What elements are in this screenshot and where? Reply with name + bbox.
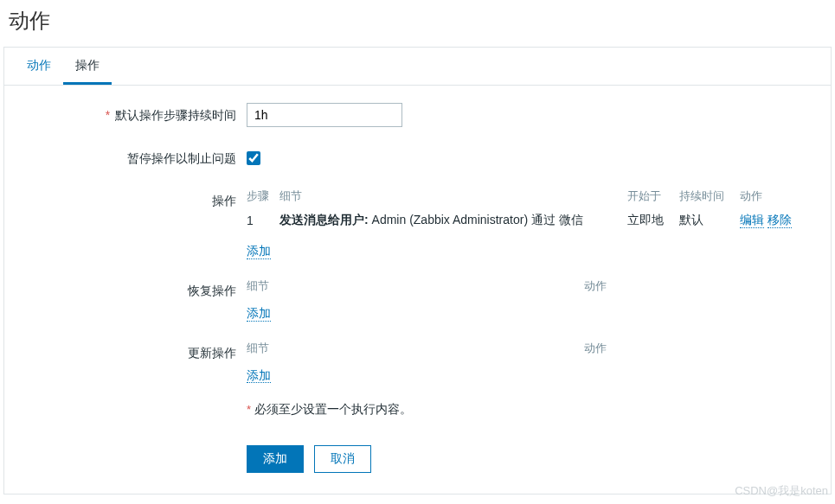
default-duration-input[interactable] xyxy=(247,103,402,127)
submit-button[interactable]: 添加 xyxy=(247,445,304,473)
tabs: 动作 操作 xyxy=(4,48,831,86)
label-default-duration: * 默认操作步骤持续时间 xyxy=(22,103,247,124)
value-default-duration xyxy=(247,103,813,127)
hint-star: * xyxy=(247,403,251,416)
buttons: 添加 取消 xyxy=(247,445,813,473)
edit-link[interactable]: 编辑 xyxy=(740,213,764,228)
config-card: 动作 操作 * 默认操作步骤持续时间 暂停操作以制止问题 操作 xyxy=(3,47,832,494)
tab-operations[interactable]: 操作 xyxy=(63,48,112,85)
label-empty xyxy=(22,402,247,407)
label-operations: 操作 xyxy=(22,188,247,209)
col-step: 步骤 xyxy=(247,188,279,204)
col-detail: 细节 xyxy=(279,188,627,204)
pause-checkbox[interactable] xyxy=(247,151,260,165)
label-default-duration-text: 默认操作步骤持续时间 xyxy=(115,108,236,122)
col-start: 开始于 xyxy=(627,188,679,204)
hint: * 必须至少设置一个执行内容。 xyxy=(247,402,813,418)
update-header: 细节 动作 xyxy=(247,341,800,361)
recovery-header: 细节 动作 xyxy=(247,278,800,299)
row-hint: * 必须至少设置一个执行内容。 xyxy=(22,402,813,418)
cancel-button[interactable]: 取消 xyxy=(314,445,371,473)
tab-action[interactable]: 动作 xyxy=(15,48,63,85)
row-default-duration: * 默认操作步骤持续时间 xyxy=(22,103,813,127)
update-add-link[interactable]: 添加 xyxy=(247,361,271,384)
col-duration: 持续时间 xyxy=(679,188,740,204)
detail-rest: Admin (Zabbix Administrator) 通过 微信 xyxy=(369,213,583,226)
operations-add-link[interactable]: 添加 xyxy=(247,237,271,259)
row-operations: 操作 步骤 细节 开始于 持续时间 动作 1 发送消息给用户: Admin (Z… xyxy=(22,188,813,259)
cell-action: 编辑 移除 xyxy=(740,213,800,228)
cell-detail: 发送消息给用户: Admin (Zabbix Administrator) 通过… xyxy=(279,213,627,228)
label-recovery: 恢复操作 xyxy=(22,278,247,299)
label-update: 更新操作 xyxy=(22,341,247,361)
recovery-add-link[interactable]: 添加 xyxy=(247,299,271,322)
label-empty2 xyxy=(22,424,247,430)
operations-header: 步骤 细节 开始于 持续时间 动作 xyxy=(247,188,800,209)
label-pause: 暂停操作以制止问题 xyxy=(22,146,247,167)
page-title: 动作 xyxy=(0,0,835,40)
recovery-table: 细节 动作 添加 xyxy=(247,278,813,322)
update-col-detail: 细节 xyxy=(247,341,584,356)
table-row: 1 发送消息给用户: Admin (Zabbix Administrator) … xyxy=(247,209,800,237)
required-star: * xyxy=(106,108,110,122)
update-col-action: 动作 xyxy=(584,341,800,356)
cell-step: 1 xyxy=(247,214,279,227)
col-action: 动作 xyxy=(740,188,800,204)
update-table: 细节 动作 添加 xyxy=(247,341,813,384)
row-pause: 暂停操作以制止问题 xyxy=(22,146,813,168)
recovery-col-detail: 细节 xyxy=(247,278,584,294)
hint-text: 必须至少设置一个执行内容。 xyxy=(254,402,412,416)
value-pause xyxy=(247,146,813,168)
row-update: 更新操作 细节 动作 添加 xyxy=(22,341,813,384)
cell-duration: 默认 xyxy=(679,213,740,228)
form-area: * 默认操作步骤持续时间 暂停操作以制止问题 操作 步骤 细节 xyxy=(4,86,831,494)
detail-prefix: 发送消息给用户: xyxy=(279,213,369,226)
operations-table: 步骤 细节 开始于 持续时间 动作 1 发送消息给用户: Admin (Zabb… xyxy=(247,188,813,259)
cell-start: 立即地 xyxy=(627,213,679,228)
row-buttons: 添加 取消 xyxy=(22,424,813,473)
remove-link[interactable]: 移除 xyxy=(768,213,792,228)
row-recovery: 恢复操作 细节 动作 添加 xyxy=(22,278,813,322)
recovery-col-action: 动作 xyxy=(584,278,800,294)
